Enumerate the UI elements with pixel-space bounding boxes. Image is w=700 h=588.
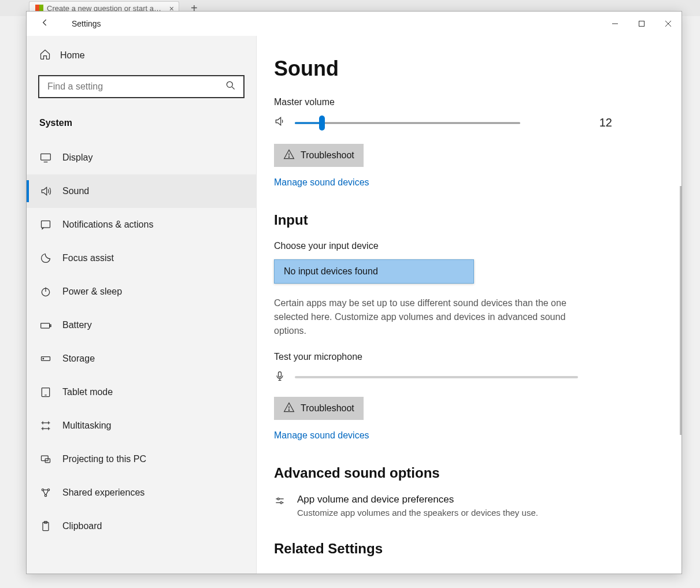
svg-point-27 <box>45 494 46 496</box>
settings-window: Settings Home <box>26 11 682 574</box>
settings-search[interactable] <box>38 75 245 98</box>
app-volume-title: App volume and device preferences <box>297 494 538 505</box>
sliders-icon <box>274 494 286 518</box>
svg-point-31 <box>288 157 289 157</box>
search-input[interactable] <box>39 81 218 92</box>
maximize-button[interactable] <box>628 14 655 33</box>
input-heading: Input <box>274 212 664 228</box>
sidebar-item-projecting[interactable]: Projecting to this PC <box>27 442 256 476</box>
svg-line-5 <box>232 87 235 90</box>
sidebar-category: System <box>27 113 256 141</box>
svg-rect-12 <box>50 325 51 326</box>
storage-icon <box>39 353 52 364</box>
speaker-icon[interactable] <box>274 116 286 130</box>
test-mic-label: Test your microphone <box>274 352 664 362</box>
input-device-dropdown[interactable]: No input devices found <box>274 259 474 284</box>
sidebar-item-label: Notifications & actions <box>62 219 153 230</box>
microphone-icon <box>274 370 286 384</box>
svg-point-26 <box>47 489 49 490</box>
sidebar-item-multitasking[interactable]: Multitasking <box>27 409 256 442</box>
related-settings-heading: Related Settings <box>274 541 664 557</box>
input-device-value: No input devices found <box>284 266 378 277</box>
troubleshoot-label: Troubleshoot <box>301 150 354 161</box>
sidebar-item-battery[interactable]: Battery <box>27 308 256 342</box>
tablet-icon <box>39 386 52 398</box>
settings-content: Sound Master volume 12 Troubleshoot <box>257 36 682 574</box>
sidebar-item-label: Focus assist <box>62 253 114 263</box>
focus-assist-icon <box>39 252 52 264</box>
sidebar-home-label: Home <box>60 50 85 61</box>
sidebar-item-clipboard[interactable]: Clipboard <box>27 509 256 543</box>
svg-point-40 <box>280 502 282 504</box>
choose-input-label: Choose your input device <box>274 241 664 251</box>
svg-point-14 <box>43 358 44 359</box>
search-icon <box>218 80 243 94</box>
sidebar-item-label: Shared experiences <box>62 487 145 498</box>
back-arrow-icon[interactable] <box>39 17 51 31</box>
sidebar-item-power-sleep[interactable]: Power & sleep <box>27 275 256 308</box>
sidebar-item-label: Projecting to this PC <box>62 454 146 464</box>
window-title: Settings <box>61 19 101 28</box>
minimize-button[interactable] <box>602 14 628 33</box>
svg-point-36 <box>288 410 289 410</box>
warning-icon <box>283 401 295 416</box>
svg-rect-1 <box>639 21 645 27</box>
settings-sidebar: Home System Display Sound <box>27 36 257 574</box>
svg-point-38 <box>277 498 279 500</box>
window-titlebar: Settings <box>27 12 682 36</box>
display-icon <box>39 152 52 163</box>
shared-icon <box>39 487 52 498</box>
app-volume-desc: Customize app volumes and the speakers o… <box>297 508 538 518</box>
input-desc: Certain apps may be set up to use differ… <box>274 296 598 338</box>
sound-icon <box>39 185 52 197</box>
slider-thumb[interactable] <box>319 116 325 131</box>
slider-track <box>295 122 520 124</box>
warning-icon <box>283 148 295 163</box>
notifications-icon <box>39 219 52 230</box>
troubleshoot-output-button[interactable]: Troubleshoot <box>274 144 364 167</box>
svg-rect-23 <box>42 456 49 460</box>
advanced-heading: Advanced sound options <box>274 465 664 481</box>
microphone-level-bar <box>295 376 578 378</box>
sidebar-item-label: Tablet mode <box>62 387 113 397</box>
svg-rect-8 <box>42 221 50 228</box>
sidebar-item-label: Power & sleep <box>62 286 122 297</box>
sidebar-item-focus-assist[interactable]: Focus assist <box>27 241 256 275</box>
svg-rect-6 <box>41 154 51 160</box>
sidebar-item-tablet-mode[interactable]: Tablet mode <box>27 375 256 409</box>
sidebar-item-notifications[interactable]: Notifications & actions <box>27 208 256 241</box>
power-icon <box>39 286 52 297</box>
clipboard-icon <box>39 520 52 532</box>
manage-sound-devices-link[interactable]: Manage sound devices <box>274 177 369 188</box>
svg-rect-11 <box>41 323 50 328</box>
sidebar-item-display[interactable]: Display <box>27 141 256 174</box>
sidebar-item-label: Clipboard <box>62 521 102 531</box>
sidebar-item-sound[interactable]: Sound <box>27 174 256 208</box>
svg-rect-32 <box>279 372 282 377</box>
sidebar-item-label: Sound <box>62 186 89 196</box>
volume-value: 12 <box>599 116 664 129</box>
multitasking-icon <box>39 420 52 431</box>
home-icon <box>39 49 51 62</box>
slider-fill <box>295 122 322 124</box>
sidebar-item-label: Multitasking <box>62 420 111 431</box>
master-volume-label: Master volume <box>274 97 664 107</box>
troubleshoot-label: Troubleshoot <box>301 403 354 414</box>
volume-slider[interactable] <box>295 116 520 130</box>
manage-sound-devices-link-2[interactable]: Manage sound devices <box>274 430 369 441</box>
scrollbar[interactable] <box>680 186 682 435</box>
svg-point-25 <box>42 489 43 490</box>
sidebar-item-label: Display <box>62 152 92 163</box>
sidebar-item-label: Storage <box>62 353 95 364</box>
battery-icon <box>39 319 52 331</box>
sidebar-item-storage[interactable]: Storage <box>27 342 256 375</box>
close-button[interactable] <box>655 14 682 33</box>
page-title: Sound <box>274 57 664 81</box>
app-volume-preferences[interactable]: App volume and device preferences Custom… <box>274 494 664 518</box>
svg-point-4 <box>227 81 232 87</box>
projecting-icon <box>39 453 52 465</box>
sidebar-home[interactable]: Home <box>27 40 256 75</box>
troubleshoot-input-button[interactable]: Troubleshoot <box>274 397 364 420</box>
sidebar-item-shared-experiences[interactable]: Shared experiences <box>27 476 256 509</box>
sidebar-item-label: Battery <box>62 320 92 330</box>
